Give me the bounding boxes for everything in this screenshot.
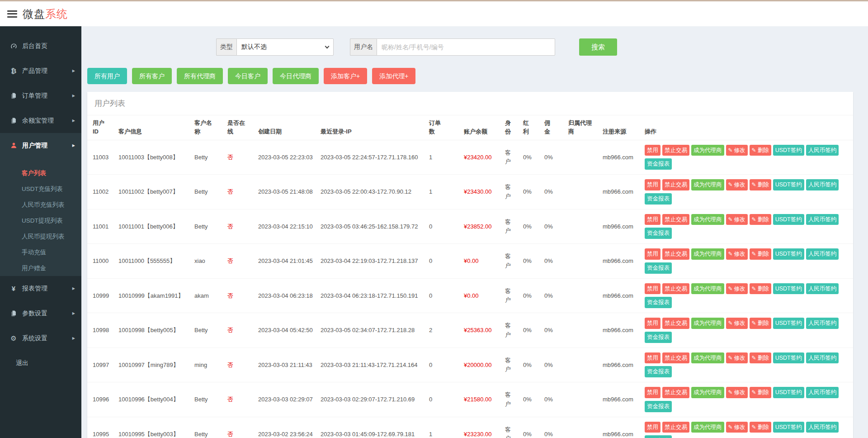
funds-report-button[interactable]: 资金报表: [645, 262, 672, 274]
sidebar-subitem-usdt-deposit-list[interactable]: USDT充值列表: [0, 181, 81, 197]
forbid-trade-button[interactable]: 禁止交易: [662, 179, 689, 190]
funds-report-button[interactable]: 资金报表: [645, 297, 672, 308]
sidebar-subitem-user-bonus[interactable]: 用户赠金: [0, 260, 81, 276]
delete-button[interactable]: ✎删除: [750, 422, 771, 433]
username-input[interactable]: [377, 38, 555, 56]
search-button[interactable]: 搜索: [579, 38, 617, 56]
forbid-trade-button[interactable]: 禁止交易: [662, 352, 689, 364]
disable-button[interactable]: 禁用: [645, 387, 660, 398]
rmb-contract-button[interactable]: 人民币签约: [806, 387, 839, 398]
edit-button[interactable]: ✎修改: [726, 352, 748, 364]
funds-report-button[interactable]: 资金报表: [645, 332, 672, 343]
rmb-contract-button[interactable]: 人民币签约: [806, 422, 839, 433]
sidebar-subitem-manual-deposit[interactable]: 手动充值: [0, 244, 81, 260]
sidebar-item-dashboard[interactable]: 后台首页: [0, 33, 81, 58]
funds-report-button[interactable]: 资金报表: [645, 193, 672, 205]
sidebar-subitem-usdt-withdraw-list[interactable]: USDT提现列表: [0, 213, 81, 229]
become-agent-button[interactable]: 成为代理商: [691, 214, 724, 225]
rmb-contract-button[interactable]: 人民币签约: [806, 214, 839, 225]
disable-button[interactable]: 禁用: [645, 248, 660, 260]
rmb-contract-button[interactable]: 人民币签约: [806, 179, 839, 190]
disable-button[interactable]: 禁用: [645, 214, 660, 225]
forbid-trade-button[interactable]: 禁止交易: [662, 387, 689, 398]
edit-button[interactable]: ✎修改: [726, 318, 748, 329]
add-client-button[interactable]: 添加客户+: [324, 68, 367, 84]
delete-button[interactable]: ✎删除: [750, 387, 771, 398]
sidebar-item-reports[interactable]: ¥报表管理▶: [0, 276, 81, 301]
edit-button[interactable]: ✎修改: [726, 145, 748, 156]
become-agent-button[interactable]: 成为代理商: [691, 387, 724, 398]
delete-button[interactable]: ✎删除: [750, 145, 771, 156]
disable-button[interactable]: 禁用: [645, 352, 660, 364]
delete-button[interactable]: ✎删除: [750, 352, 771, 364]
sidebar-subitem-client-list[interactable]: 客户列表: [0, 165, 81, 181]
edit-button[interactable]: ✎修改: [726, 422, 748, 433]
forbid-trade-button[interactable]: 禁止交易: [662, 283, 689, 295]
become-agent-button[interactable]: 成为代理商: [691, 248, 724, 260]
usdt-contract-button[interactable]: USDT签约: [773, 318, 804, 329]
today-clients-button[interactable]: 今日客户: [228, 68, 268, 84]
rmb-contract-button[interactable]: 人民币签约: [806, 248, 839, 260]
sidebar-subitem-rmb-withdraw-list[interactable]: 人民币提现列表: [0, 229, 81, 244]
forbid-trade-button[interactable]: 禁止交易: [662, 214, 689, 225]
forbid-trade-button[interactable]: 禁止交易: [662, 248, 689, 260]
delete-button[interactable]: ✎删除: [750, 179, 771, 190]
edit-button[interactable]: ✎修改: [726, 387, 748, 398]
sidebar-item-system[interactable]: ⚙系统设置▶: [0, 326, 81, 351]
usdt-contract-button[interactable]: USDT签约: [773, 352, 804, 364]
become-agent-button[interactable]: 成为代理商: [691, 179, 724, 190]
delete-button[interactable]: ✎删除: [750, 248, 771, 260]
become-agent-button[interactable]: 成为代理商: [691, 318, 724, 329]
disable-button[interactable]: 禁用: [645, 179, 660, 190]
sidebar-subitem-rmb-deposit-list[interactable]: 人民币充值列表: [0, 197, 81, 213]
usdt-contract-button[interactable]: USDT签约: [773, 283, 804, 295]
usdt-contract-button[interactable]: USDT签约: [773, 145, 804, 156]
become-agent-button[interactable]: 成为代理商: [691, 422, 724, 433]
rmb-contract-button[interactable]: 人民币签约: [806, 352, 839, 364]
sidebar-item-logout[interactable]: 退出: [0, 351, 81, 376]
app-logo[interactable]: 微盘系统: [23, 7, 68, 21]
all-clients-button[interactable]: 所有客户: [132, 68, 172, 84]
usdt-contract-button[interactable]: USDT签约: [773, 248, 804, 260]
sidebar-item-products[interactable]: ₿产品管理▶: [0, 58, 81, 83]
delete-button[interactable]: ✎删除: [750, 318, 771, 329]
delete-button[interactable]: ✎删除: [750, 214, 771, 225]
menu-toggle-icon[interactable]: [7, 10, 17, 18]
sidebar-item-users[interactable]: 用户管理▶: [0, 133, 81, 158]
edit-button[interactable]: ✎修改: [726, 248, 748, 260]
disable-button[interactable]: 禁用: [645, 422, 660, 433]
forbid-trade-button[interactable]: 禁止交易: [662, 318, 689, 329]
sidebar-item-params[interactable]: 参数设置▶: [0, 301, 81, 326]
sidebar-item-orders[interactable]: 订单管理▶: [0, 83, 81, 108]
become-agent-button[interactable]: 成为代理商: [691, 145, 724, 156]
funds-report-button[interactable]: 资金报表: [645, 228, 672, 239]
disable-button[interactable]: 禁用: [645, 318, 660, 329]
usdt-contract-button[interactable]: USDT签约: [773, 179, 804, 190]
forbid-trade-button[interactable]: 禁止交易: [662, 422, 689, 433]
delete-button[interactable]: ✎删除: [750, 283, 771, 295]
all-agents-button[interactable]: 所有代理商: [177, 68, 223, 84]
rmb-contract-button[interactable]: 人民币签约: [806, 145, 839, 156]
edit-button[interactable]: ✎修改: [726, 214, 748, 225]
usdt-contract-button[interactable]: USDT签约: [773, 422, 804, 433]
edit-button[interactable]: ✎修改: [726, 283, 748, 295]
become-agent-button[interactable]: 成为代理商: [691, 283, 724, 295]
rmb-contract-button[interactable]: 人民币签约: [806, 283, 839, 295]
all-users-button[interactable]: 所有用户: [87, 68, 127, 84]
rmb-contract-button[interactable]: 人民币签约: [806, 318, 839, 329]
usdt-contract-button[interactable]: USDT签约: [773, 387, 804, 398]
forbid-trade-button[interactable]: 禁止交易: [662, 145, 689, 156]
funds-report-button[interactable]: 资金报表: [645, 158, 672, 170]
sidebar-item-yuebao[interactable]: 余额宝管理▶: [0, 108, 81, 133]
disable-button[interactable]: 禁用: [645, 283, 660, 295]
add-agent-button[interactable]: 添加代理+: [372, 68, 415, 84]
today-agents-button[interactable]: 今日代理商: [273, 68, 319, 84]
edit-button[interactable]: ✎修改: [726, 179, 748, 190]
usdt-contract-button[interactable]: USDT签约: [773, 214, 804, 225]
disable-button[interactable]: 禁用: [645, 145, 660, 156]
type-select[interactable]: 默认不选: [236, 38, 334, 56]
funds-report-button[interactable]: 资金报表: [645, 366, 672, 377]
funds-report-button[interactable]: 资金报表: [645, 401, 672, 412]
funds-report-button[interactable]: 资金报表: [645, 435, 672, 438]
become-agent-button[interactable]: 成为代理商: [691, 352, 724, 364]
